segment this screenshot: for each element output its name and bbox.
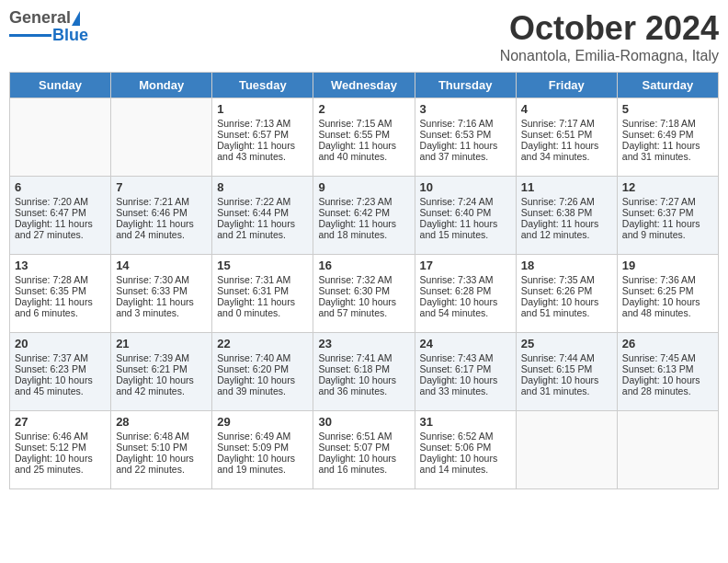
sunrise-text: Sunrise: 6:48 AM — [116, 431, 207, 442]
sunrise-text: Sunrise: 7:22 AM — [217, 196, 308, 207]
day-number: 30 — [318, 415, 409, 429]
sunrise-text: Sunrise: 7:15 AM — [318, 118, 409, 129]
sunset-text: Sunset: 6:25 PM — [622, 285, 713, 296]
daylight-text: Daylight: 11 hours and 3 minutes. — [116, 296, 207, 318]
sunset-text: Sunset: 5:07 PM — [318, 442, 409, 453]
calendar-cell-w4-d6: 26Sunrise: 7:45 AMSunset: 6:13 PMDayligh… — [617, 333, 718, 411]
calendar-cell-w5-d2: 29Sunrise: 6:49 AMSunset: 5:09 PMDayligh… — [212, 411, 313, 489]
day-number: 21 — [116, 337, 207, 350]
daylight-text: Daylight: 10 hours and 33 minutes. — [420, 374, 511, 396]
sunrise-text: Sunrise: 7:41 AM — [318, 352, 409, 363]
day-number: 8 — [217, 180, 308, 194]
sunset-text: Sunset: 5:12 PM — [15, 442, 106, 453]
sunset-text: Sunset: 6:20 PM — [217, 363, 308, 374]
day-number: 6 — [15, 180, 106, 194]
sunrise-text: Sunrise: 7:44 AM — [521, 352, 612, 363]
day-number: 17 — [420, 259, 511, 272]
day-number: 14 — [116, 259, 207, 272]
daylight-text: Daylight: 11 hours and 37 minutes. — [420, 140, 511, 162]
calendar-cell-w4-d1: 21Sunrise: 7:39 AMSunset: 6:21 PMDayligh… — [111, 333, 212, 411]
sunrise-text: Sunrise: 7:39 AM — [116, 352, 207, 363]
calendar-cell-w1-d0 — [10, 98, 111, 177]
col-tuesday: Tuesday — [212, 73, 313, 98]
calendar-week-2: 6Sunrise: 7:20 AMSunset: 6:47 PMDaylight… — [10, 177, 719, 255]
daylight-text: Daylight: 11 hours and 12 minutes. — [521, 218, 612, 240]
day-number: 22 — [217, 337, 308, 350]
day-number: 25 — [521, 337, 612, 350]
calendar-cell-w2-d4: 10Sunrise: 7:24 AMSunset: 6:40 PMDayligh… — [415, 177, 516, 255]
calendar-cell-w2-d2: 8Sunrise: 7:22 AMSunset: 6:44 PMDaylight… — [212, 177, 313, 255]
calendar-week-4: 20Sunrise: 7:37 AMSunset: 6:23 PMDayligh… — [10, 333, 719, 411]
sunrise-text: Sunrise: 7:31 AM — [217, 274, 308, 285]
calendar-cell-w4-d4: 24Sunrise: 7:43 AMSunset: 6:17 PMDayligh… — [415, 333, 516, 411]
daylight-text: Daylight: 10 hours and 45 minutes. — [15, 374, 106, 396]
sunrise-text: Sunrise: 7:20 AM — [15, 196, 106, 207]
calendar-cell-w4-d2: 22Sunrise: 7:40 AMSunset: 6:20 PMDayligh… — [212, 333, 313, 411]
day-number: 26 — [622, 337, 713, 350]
title-section: October 2024 Nonantola, Emilia-Romagna, … — [500, 9, 719, 64]
daylight-text: Daylight: 11 hours and 18 minutes. — [318, 218, 409, 240]
sunset-text: Sunset: 6:18 PM — [318, 363, 409, 374]
sunrise-text: Sunrise: 7:27 AM — [622, 196, 713, 207]
day-number: 10 — [420, 180, 511, 194]
sunrise-text: Sunrise: 7:28 AM — [15, 274, 106, 285]
day-number: 16 — [318, 259, 409, 272]
calendar-cell-w5-d5 — [516, 411, 617, 489]
sunset-text: Sunset: 6:40 PM — [420, 207, 511, 218]
sunrise-text: Sunrise: 7:40 AM — [217, 352, 308, 363]
sunrise-text: Sunrise: 7:13 AM — [217, 118, 308, 129]
calendar-cell-w1-d5: 4Sunrise: 7:17 AMSunset: 6:51 PMDaylight… — [516, 98, 617, 177]
sunset-text: Sunset: 5:10 PM — [116, 442, 207, 453]
sunset-text: Sunset: 6:13 PM — [622, 363, 713, 374]
sunrise-text: Sunrise: 7:36 AM — [622, 274, 713, 285]
logo-general: General — [9, 9, 71, 26]
calendar-cell-w4-d3: 23Sunrise: 7:41 AMSunset: 6:18 PMDayligh… — [313, 333, 415, 411]
sunset-text: Sunset: 6:51 PM — [521, 129, 612, 140]
daylight-text: Daylight: 11 hours and 9 minutes. — [622, 218, 713, 240]
daylight-text: Daylight: 11 hours and 40 minutes. — [318, 140, 409, 162]
day-number: 15 — [217, 259, 308, 272]
day-number: 20 — [15, 337, 106, 350]
calendar-cell-w5-d0: 27Sunrise: 6:46 AMSunset: 5:12 PMDayligh… — [10, 411, 111, 489]
logo-blue: Blue — [52, 26, 88, 45]
page-header: General Blue October 2024 Nonantola, Emi… — [9, 9, 719, 64]
calendar-cell-w2-d0: 6Sunrise: 7:20 AMSunset: 6:47 PMDaylight… — [10, 177, 111, 255]
day-number: 24 — [420, 337, 511, 350]
daylight-text: Daylight: 10 hours and 36 minutes. — [318, 374, 409, 396]
calendar-cell-w3-d1: 14Sunrise: 7:30 AMSunset: 6:33 PMDayligh… — [111, 255, 212, 333]
calendar-cell-w2-d3: 9Sunrise: 7:23 AMSunset: 6:42 PMDaylight… — [313, 177, 415, 255]
daylight-text: Daylight: 11 hours and 15 minutes. — [420, 218, 511, 240]
col-wednesday: Wednesday — [313, 73, 415, 98]
calendar-cell-w4-d5: 25Sunrise: 7:44 AMSunset: 6:15 PMDayligh… — [516, 333, 617, 411]
calendar-cell-w1-d3: 2Sunrise: 7:15 AMSunset: 6:55 PMDaylight… — [313, 98, 415, 177]
sunrise-text: Sunrise: 6:51 AM — [318, 431, 409, 442]
location-title: Nonantola, Emilia-Romagna, Italy — [500, 48, 719, 64]
sunrise-text: Sunrise: 7:18 AM — [622, 118, 713, 129]
calendar-cell-w1-d4: 3Sunrise: 7:16 AMSunset: 6:53 PMDaylight… — [415, 98, 516, 177]
sunset-text: Sunset: 6:57 PM — [217, 129, 308, 140]
calendar-cell-w3-d6: 19Sunrise: 7:36 AMSunset: 6:25 PMDayligh… — [617, 255, 718, 333]
calendar-cell-w3-d2: 15Sunrise: 7:31 AMSunset: 6:31 PMDayligh… — [212, 255, 313, 333]
day-number: 23 — [318, 337, 409, 350]
sunrise-text: Sunrise: 7:45 AM — [622, 352, 713, 363]
col-friday: Friday — [516, 73, 617, 98]
month-title: October 2024 — [500, 9, 719, 48]
calendar-cell-w1-d1 — [111, 98, 212, 177]
sunrise-text: Sunrise: 7:37 AM — [15, 352, 106, 363]
calendar-cell-w3-d5: 18Sunrise: 7:35 AMSunset: 6:26 PMDayligh… — [516, 255, 617, 333]
calendar-cell-w1-d2: 1Sunrise: 7:13 AMSunset: 6:57 PMDaylight… — [212, 98, 313, 177]
calendar-week-5: 27Sunrise: 6:46 AMSunset: 5:12 PMDayligh… — [10, 411, 719, 489]
daylight-text: Daylight: 10 hours and 14 minutes. — [420, 453, 511, 475]
sunrise-text: Sunrise: 7:30 AM — [116, 274, 207, 285]
daylight-text: Daylight: 10 hours and 51 minutes. — [521, 296, 612, 318]
daylight-text: Daylight: 10 hours and 22 minutes. — [116, 453, 207, 475]
day-number: 9 — [318, 180, 409, 194]
day-number: 27 — [15, 415, 106, 429]
sunset-text: Sunset: 6:47 PM — [15, 207, 106, 218]
daylight-text: Daylight: 11 hours and 24 minutes. — [116, 218, 207, 240]
daylight-text: Daylight: 10 hours and 42 minutes. — [116, 374, 207, 396]
daylight-text: Daylight: 10 hours and 48 minutes. — [622, 296, 713, 318]
sunset-text: Sunset: 6:17 PM — [420, 363, 511, 374]
sunset-text: Sunset: 5:09 PM — [217, 442, 308, 453]
day-number: 7 — [116, 180, 207, 194]
